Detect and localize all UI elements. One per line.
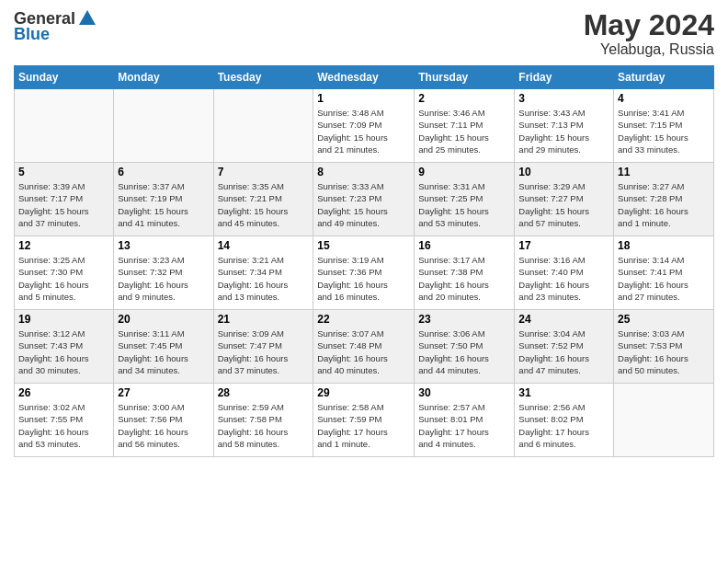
page-container: General Blue May 2024 Yelabuga, Russia S… — [0, 0, 728, 466]
day-info: Sunrise: 3:27 AM Sunset: 7:28 PM Dayligh… — [618, 180, 710, 229]
day-info: Sunrise: 3:17 AM Sunset: 7:38 PM Dayligh… — [418, 254, 510, 303]
day-info: Sunrise: 3:23 AM Sunset: 7:32 PM Dayligh… — [118, 254, 209, 303]
calendar-cell: 26Sunrise: 3:02 AM Sunset: 7:55 PM Dayli… — [15, 384, 114, 457]
day-number: 23 — [418, 313, 510, 326]
month-title: May 2024 — [584, 9, 714, 41]
day-number: 18 — [618, 239, 710, 252]
day-number: 25 — [618, 313, 710, 326]
day-info: Sunrise: 3:48 AM Sunset: 7:09 PM Dayligh… — [317, 107, 410, 155]
calendar-cell: 16Sunrise: 3:17 AM Sunset: 7:38 PM Dayli… — [415, 236, 515, 310]
day-info: Sunrise: 2:57 AM Sunset: 8:01 PM Dayligh… — [418, 401, 510, 450]
day-info: Sunrise: 3:11 AM Sunset: 7:45 PM Dayligh… — [118, 327, 209, 376]
calendar-cell — [15, 89, 114, 163]
calendar-cell: 4Sunrise: 3:41 AM Sunset: 7:15 PM Daylig… — [614, 89, 714, 163]
day-number: 6 — [118, 166, 209, 178]
calendar-cell: 25Sunrise: 3:03 AM Sunset: 7:53 PM Dayli… — [614, 310, 714, 384]
day-info: Sunrise: 3:19 AM Sunset: 7:36 PM Dayligh… — [317, 254, 410, 303]
day-number: 13 — [118, 239, 209, 252]
calendar-cell: 22Sunrise: 3:07 AM Sunset: 7:48 PM Dayli… — [313, 310, 415, 384]
day-info: Sunrise: 3:37 AM Sunset: 7:19 PM Dayligh… — [118, 180, 209, 229]
day-info: Sunrise: 3:14 AM Sunset: 7:41 PM Dayligh… — [618, 254, 710, 303]
day-number: 4 — [618, 92, 710, 105]
day-number: 20 — [118, 313, 209, 326]
day-header-tuesday: Tuesday — [213, 66, 313, 89]
header: General Blue May 2024 Yelabuga, Russia — [14, 9, 714, 58]
day-number: 15 — [317, 239, 410, 252]
day-number: 14 — [218, 239, 310, 252]
day-info: Sunrise: 3:35 AM Sunset: 7:21 PM Dayligh… — [218, 180, 310, 229]
calendar-cell: 6Sunrise: 3:37 AM Sunset: 7:19 PM Daylig… — [114, 163, 213, 236]
day-info: Sunrise: 3:31 AM Sunset: 7:25 PM Dayligh… — [418, 180, 510, 229]
calendar-cell: 17Sunrise: 3:16 AM Sunset: 7:40 PM Dayli… — [515, 236, 614, 310]
day-number: 16 — [418, 239, 510, 252]
svg-marker-0 — [79, 10, 96, 25]
day-number: 8 — [317, 166, 410, 178]
calendar-cell: 10Sunrise: 3:29 AM Sunset: 7:27 PM Dayli… — [515, 163, 614, 236]
calendar-cell: 1Sunrise: 3:48 AM Sunset: 7:09 PM Daylig… — [313, 89, 415, 163]
day-number: 7 — [218, 166, 310, 178]
day-number: 5 — [18, 166, 109, 178]
day-info: Sunrise: 3:00 AM Sunset: 7:56 PM Dayligh… — [118, 401, 209, 450]
day-number: 26 — [18, 386, 109, 399]
calendar-cell: 15Sunrise: 3:19 AM Sunset: 7:36 PM Dayli… — [313, 236, 415, 310]
day-info: Sunrise: 3:02 AM Sunset: 7:55 PM Dayligh… — [18, 401, 109, 450]
day-number: 9 — [418, 166, 510, 178]
calendar-cell: 21Sunrise: 3:09 AM Sunset: 7:47 PM Dayli… — [213, 310, 313, 384]
calendar-cell: 2Sunrise: 3:46 AM Sunset: 7:11 PM Daylig… — [415, 89, 515, 163]
day-number: 12 — [18, 239, 109, 252]
day-info: Sunrise: 3:12 AM Sunset: 7:43 PM Dayligh… — [18, 327, 109, 376]
calendar-cell — [213, 89, 313, 163]
calendar-cell: 14Sunrise: 3:21 AM Sunset: 7:34 PM Dayli… — [213, 236, 313, 310]
day-info: Sunrise: 3:21 AM Sunset: 7:34 PM Dayligh… — [218, 254, 310, 303]
day-header-wednesday: Wednesday — [313, 66, 415, 89]
day-info: Sunrise: 3:03 AM Sunset: 7:53 PM Dayligh… — [618, 327, 710, 376]
calendar-cell: 18Sunrise: 3:14 AM Sunset: 7:41 PM Dayli… — [614, 236, 714, 310]
logo: General Blue — [14, 9, 97, 44]
day-info: Sunrise: 2:59 AM Sunset: 7:58 PM Dayligh… — [218, 401, 310, 450]
day-info: Sunrise: 3:06 AM Sunset: 7:50 PM Dayligh… — [418, 327, 510, 376]
day-number: 11 — [618, 166, 710, 178]
day-info: Sunrise: 3:39 AM Sunset: 7:17 PM Dayligh… — [18, 180, 109, 229]
location-title: Yelabuga, Russia — [584, 41, 714, 58]
day-number: 27 — [118, 386, 209, 399]
calendar-table: SundayMondayTuesdayWednesdayThursdayFrid… — [14, 65, 714, 457]
day-info: Sunrise: 2:56 AM Sunset: 8:02 PM Dayligh… — [518, 401, 609, 450]
day-number: 3 — [518, 92, 609, 105]
day-header-sunday: Sunday — [15, 66, 114, 89]
logo-icon — [77, 8, 97, 29]
calendar-cell: 30Sunrise: 2:57 AM Sunset: 8:01 PM Dayli… — [415, 384, 515, 457]
day-number: 19 — [18, 313, 109, 326]
day-info: Sunrise: 2:58 AM Sunset: 7:59 PM Dayligh… — [317, 401, 410, 450]
calendar-cell: 31Sunrise: 2:56 AM Sunset: 8:02 PM Dayli… — [515, 384, 614, 457]
day-number: 2 — [418, 92, 510, 105]
calendar-cell: 12Sunrise: 3:25 AM Sunset: 7:30 PM Dayli… — [15, 236, 114, 310]
day-number: 31 — [518, 386, 609, 399]
day-header-friday: Friday — [515, 66, 614, 89]
calendar-cell: 29Sunrise: 2:58 AM Sunset: 7:59 PM Dayli… — [313, 384, 415, 457]
day-number: 1 — [317, 92, 410, 105]
calendar-cell: 28Sunrise: 2:59 AM Sunset: 7:58 PM Dayli… — [213, 384, 313, 457]
calendar-cell: 23Sunrise: 3:06 AM Sunset: 7:50 PM Dayli… — [415, 310, 515, 384]
day-number: 10 — [518, 166, 609, 178]
calendar-cell: 3Sunrise: 3:43 AM Sunset: 7:13 PM Daylig… — [515, 89, 614, 163]
day-number: 24 — [518, 313, 609, 326]
day-header-monday: Monday — [114, 66, 213, 89]
day-info: Sunrise: 3:33 AM Sunset: 7:23 PM Dayligh… — [317, 180, 410, 229]
calendar-cell: 19Sunrise: 3:12 AM Sunset: 7:43 PM Dayli… — [15, 310, 114, 384]
calendar-cell: 20Sunrise: 3:11 AM Sunset: 7:45 PM Dayli… — [114, 310, 213, 384]
day-info: Sunrise: 3:41 AM Sunset: 7:15 PM Dayligh… — [618, 107, 710, 155]
calendar-cell: 11Sunrise: 3:27 AM Sunset: 7:28 PM Dayli… — [614, 163, 714, 236]
calendar-cell: 7Sunrise: 3:35 AM Sunset: 7:21 PM Daylig… — [213, 163, 313, 236]
day-number: 29 — [317, 386, 410, 399]
calendar-cell: 27Sunrise: 3:00 AM Sunset: 7:56 PM Dayli… — [114, 384, 213, 457]
day-info: Sunrise: 3:16 AM Sunset: 7:40 PM Dayligh… — [518, 254, 609, 303]
day-number: 21 — [218, 313, 310, 326]
day-number: 17 — [518, 239, 609, 252]
day-info: Sunrise: 3:09 AM Sunset: 7:47 PM Dayligh… — [218, 327, 310, 376]
day-info: Sunrise: 3:25 AM Sunset: 7:30 PM Dayligh… — [18, 254, 109, 303]
calendar-cell: 9Sunrise: 3:31 AM Sunset: 7:25 PM Daylig… — [415, 163, 515, 236]
day-info: Sunrise: 3:04 AM Sunset: 7:52 PM Dayligh… — [518, 327, 609, 376]
day-info: Sunrise: 3:43 AM Sunset: 7:13 PM Dayligh… — [518, 107, 609, 155]
calendar-cell: 8Sunrise: 3:33 AM Sunset: 7:23 PM Daylig… — [313, 163, 415, 236]
title-area: May 2024 Yelabuga, Russia — [584, 9, 714, 58]
